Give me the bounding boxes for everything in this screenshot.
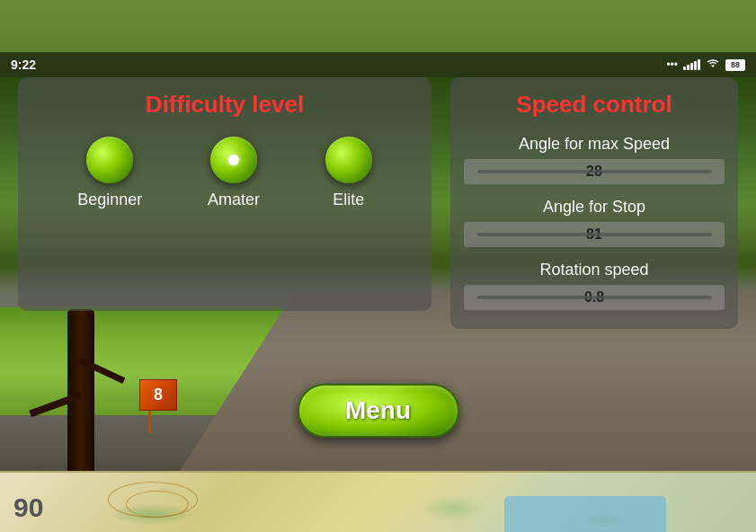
difficulty-elite[interactable]: Elite — [325, 137, 372, 209]
difficulty-amater[interactable]: Amater — [208, 137, 260, 209]
difficulty-title: Difficulty level — [18, 77, 431, 128]
menu-button[interactable]: Menu — [298, 384, 459, 438]
slider-track-rotation — [477, 296, 712, 299]
label-amater: Amater — [208, 191, 260, 209]
radio-amater[interactable] — [210, 137, 257, 183]
dots-icon: ••• — [666, 58, 678, 71]
battery-icon: 88 — [725, 59, 745, 71]
difficulty-panel: Difficulty level Beginner Amater Elite — [18, 77, 431, 311]
radio-elite[interactable] — [325, 137, 372, 183]
tree-trunk — [67, 309, 94, 471]
slider-angle-max[interactable]: 28 — [464, 159, 725, 184]
slider-track-angle-stop — [477, 233, 712, 236]
status-time: 9:22 — [11, 58, 36, 72]
flag-cube-number: 8 — [139, 379, 177, 411]
signal-bars-icon — [683, 59, 700, 70]
speed-panel: Speed control Angle for max Speed 28 Ang… — [450, 77, 738, 329]
slider-angle-stop[interactable]: 81 — [464, 222, 725, 247]
speed-row-angle-max: Angle for max Speed 28 — [464, 135, 725, 184]
speed-row-rotation: Rotation speed 0.8 — [464, 261, 725, 310]
label-angle-stop: Angle for Stop — [464, 198, 725, 217]
slider-rotation[interactable]: 0.8 — [464, 285, 725, 310]
label-angle-max: Angle for max Speed — [464, 135, 725, 154]
status-bar: 9:22 ••• 88 — [0, 52, 756, 77]
difficulty-beginner[interactable]: Beginner — [77, 137, 142, 209]
label-beginner: Beginner — [77, 191, 142, 209]
label-rotation-speed: Rotation speed — [464, 261, 725, 279]
status-icons: ••• 88 — [666, 58, 745, 72]
wifi-icon — [706, 58, 720, 72]
flag-marker: 8 — [139, 370, 184, 433]
bottom-map: 90 — [0, 471, 756, 532]
radio-beginner[interactable] — [86, 137, 133, 183]
speed-row-angle-stop: Angle for Stop 81 — [464, 198, 725, 247]
speed-title: Speed control — [464, 91, 725, 119]
slider-track-angle-max — [477, 170, 712, 173]
difficulty-buttons: Beginner Amater Elite — [18, 128, 431, 218]
menu-button-label: Menu — [345, 396, 411, 425]
map-number-90: 90 — [13, 492, 43, 523]
label-elite: Elite — [333, 191, 364, 209]
